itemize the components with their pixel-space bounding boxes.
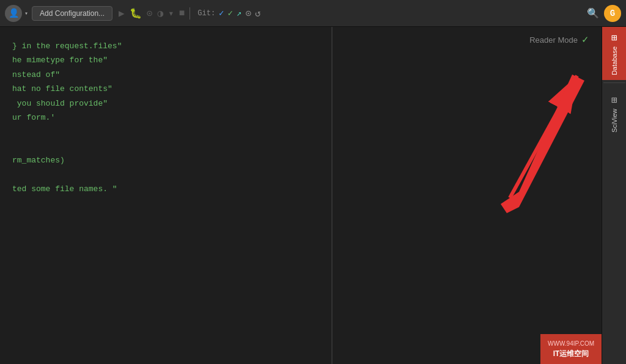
- profile-icon[interactable]: ◑: [157, 7, 163, 20]
- code-line-empty: [12, 139, 319, 153]
- watermark-url: WWW.94IP.COM: [548, 339, 594, 348]
- code-line: ur form.': [12, 111, 319, 125]
- run-tools-group: ▶ 🐛 ⊙ ◑ ▾ ■: [119, 7, 185, 20]
- code-line: he mimetype for the": [12, 53, 319, 67]
- main-area: } in the request.files" he mimetype for …: [0, 27, 626, 364]
- reader-mode-text: Reader Mode: [529, 35, 578, 45]
- code-line: hat no file contents": [12, 82, 319, 96]
- database-panel-label: Database: [611, 46, 618, 75]
- avatar-button[interactable]: 👤 ▾: [5, 5, 28, 22]
- code-line: } in the request.files": [12, 39, 319, 53]
- sidebar-panel-sciview[interactable]: ⊞ SciView: [602, 86, 627, 141]
- git-undo-icon[interactable]: ↺: [255, 7, 261, 20]
- code-editor: } in the request.files" he mimetype for …: [0, 27, 331, 364]
- code-line: you should provide": [12, 96, 319, 111]
- sciview-panel-label: SciView: [611, 109, 618, 133]
- database-panel-icon: ⊞: [611, 32, 617, 44]
- code-content: } in the request.files" he mimetype for …: [0, 27, 331, 208]
- git-check2-icon[interactable]: ✓: [228, 8, 233, 18]
- right-panel: Reader Mode ✓ ⊞ Database: [333, 27, 626, 364]
- toolbar: 👤 ▾ Add Configuration... ▶ 🐛 ⊙ ◑ ▾ ■ Git…: [0, 0, 626, 27]
- coverage-icon[interactable]: ⊙: [147, 7, 153, 20]
- git-label: Git:: [197, 9, 215, 18]
- reader-mode-label: Reader Mode ✓: [529, 34, 589, 45]
- git-clock-icon[interactable]: ⊙: [245, 7, 251, 20]
- git-arrow-icon[interactable]: ↗: [237, 8, 241, 18]
- sidebar-strip: ⊞ Database ⊞ SciView: [602, 27, 626, 364]
- code-line-empty: [12, 168, 319, 182]
- avatar-icon: 👤: [5, 5, 22, 22]
- toolbar-right-group: 🔍 G: [587, 5, 621, 22]
- svg-line-1: [510, 76, 577, 198]
- avatar-chevron-icon: ▾: [24, 10, 28, 17]
- watermark: WWW.94IP.COM IT运维空间: [540, 334, 602, 364]
- bug-icon[interactable]: 🐛: [130, 7, 142, 20]
- user-add-button[interactable]: G: [604, 5, 621, 22]
- code-line-empty: [12, 125, 319, 139]
- separator-1: [190, 7, 190, 20]
- sciview-panel-icon: ⊞: [611, 94, 617, 106]
- sidebar-panel-database[interactable]: ⊞ Database: [602, 27, 627, 80]
- reader-mode-check-icon: ✓: [581, 34, 589, 45]
- code-line: ted some file names. ": [12, 182, 319, 196]
- search-icon[interactable]: 🔍: [587, 7, 599, 20]
- git-check1-icon[interactable]: ✓: [219, 8, 224, 18]
- code-line: nstead of": [12, 68, 319, 82]
- svg-marker-2: [501, 75, 584, 213]
- sidebar-separator: [603, 82, 625, 83]
- play-icon[interactable]: ▶: [119, 7, 125, 20]
- add-configuration-button[interactable]: Add Configuration...: [32, 6, 112, 21]
- watermark-title: IT运维空间: [548, 348, 594, 359]
- arrow-annotation: [333, 27, 626, 364]
- dropdown-icon[interactable]: ▾: [168, 7, 174, 20]
- code-line: rm_matches): [12, 153, 319, 167]
- stop-icon[interactable]: ■: [179, 8, 185, 19]
